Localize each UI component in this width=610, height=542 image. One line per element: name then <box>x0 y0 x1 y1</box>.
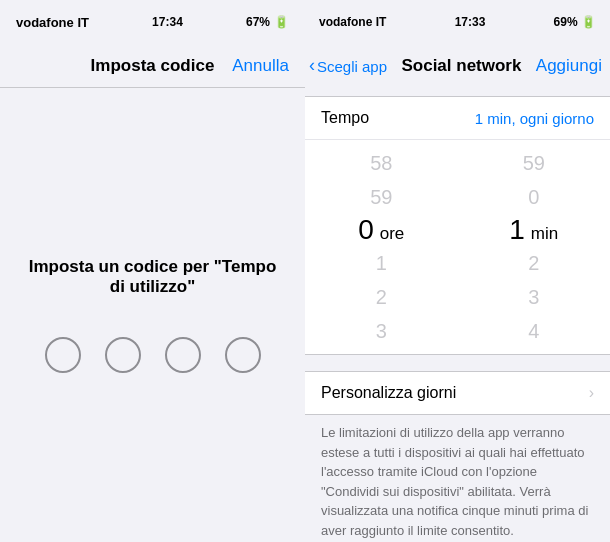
picker-hours-3: 3 <box>376 314 387 348</box>
personalizza-row[interactable]: Personalizza giorni › <box>305 372 610 414</box>
left-content: Imposta un codice per "Tempo di utilizzo… <box>0 88 305 542</box>
picker-min-4: 4 <box>528 314 539 348</box>
picker-hours-2: 2 <box>376 280 387 314</box>
passcode-circles <box>45 337 261 373</box>
passcode-circle-4 <box>225 337 261 373</box>
personalizza-section: Personalizza giorni › <box>305 371 610 415</box>
right-scroll-area[interactable]: Tempo 1 min, ogni giorno 58 59 0 ore 1 2… <box>305 88 610 542</box>
right-panel: vodafone IT 17:33 69% 🔋 ‹ Scegli app Soc… <box>305 0 610 542</box>
personalizza-chevron-icon: › <box>589 384 594 402</box>
picker-min-1: 1 <box>509 214 525 246</box>
tempo-label: Tempo <box>321 109 369 127</box>
picker-min-2: 2 <box>528 246 539 280</box>
right-nav-bar: ‹ Scegli app Social network Aggiungi <box>305 44 610 88</box>
minutes-picker[interactable]: 59 0 1 min 2 3 4 <box>458 144 611 350</box>
passcode-circle-2 <box>105 337 141 373</box>
tempo-row: Tempo 1 min, ogni giorno <box>305 97 610 140</box>
cancel-button[interactable]: Annulla <box>232 56 289 76</box>
picker-min-0: 0 <box>528 180 539 214</box>
right-carrier: vodafone IT <box>319 15 386 29</box>
right-nav-title: Social network <box>401 56 521 76</box>
time-picker[interactable]: 58 59 0 ore 1 2 3 59 0 1 min <box>305 140 610 354</box>
info-text: Le limitazioni di utilizzo della app ver… <box>305 415 610 542</box>
left-nav-bar: Imposta codice Annulla <box>0 44 305 88</box>
left-panel: vodafone IT 17:34 67% 🔋 Imposta codice A… <box>0 0 305 542</box>
tempo-section: Tempo 1 min, ogni giorno 58 59 0 ore 1 2… <box>305 96 610 355</box>
passcode-circle-1 <box>45 337 81 373</box>
picker-hours-1: 1 <box>376 246 387 280</box>
picker-min-unit: min <box>531 224 558 244</box>
left-nav-title: Imposta codice <box>91 56 215 76</box>
passcode-circle-3 <box>165 337 201 373</box>
right-status-bar: vodafone IT 17:33 69% 🔋 <box>305 0 610 44</box>
picker-hours-59: 59 <box>370 180 392 214</box>
left-carrier: vodafone IT <box>16 15 89 30</box>
tempo-value: 1 min, ogni giorno <box>475 110 594 127</box>
right-battery-icon: 🔋 <box>581 15 596 29</box>
picker-hours-selected-row: 0 ore <box>358 214 404 246</box>
picker-min-3: 3 <box>528 280 539 314</box>
picker-min-59: 59 <box>523 146 545 180</box>
hours-picker[interactable]: 58 59 0 ore 1 2 3 <box>305 144 458 350</box>
picker-min-selected-row: 1 min <box>509 214 558 246</box>
back-chevron-icon: ‹ <box>309 55 315 76</box>
battery-icon: 🔋 <box>274 15 289 29</box>
passcode-label: Imposta un codice per "Tempo di utilizzo… <box>20 257 285 297</box>
personalizza-label: Personalizza giorni <box>321 384 456 402</box>
picker-hours-unit: ore <box>380 224 405 244</box>
right-time: 17:33 <box>455 15 486 29</box>
left-battery: 67% <box>246 15 270 29</box>
left-time: 17:34 <box>152 15 183 29</box>
right-battery: 69% 🔋 <box>554 15 596 29</box>
left-status-bar: vodafone IT 17:34 67% 🔋 <box>0 0 305 44</box>
picker-hours-0: 0 <box>358 214 374 246</box>
back-label: Scegli app <box>317 58 387 75</box>
left-battery-area: 67% 🔋 <box>246 15 289 29</box>
add-button[interactable]: Aggiungi <box>536 56 602 76</box>
back-button[interactable]: ‹ Scegli app <box>309 56 387 76</box>
picker-hours-58: 58 <box>370 146 392 180</box>
